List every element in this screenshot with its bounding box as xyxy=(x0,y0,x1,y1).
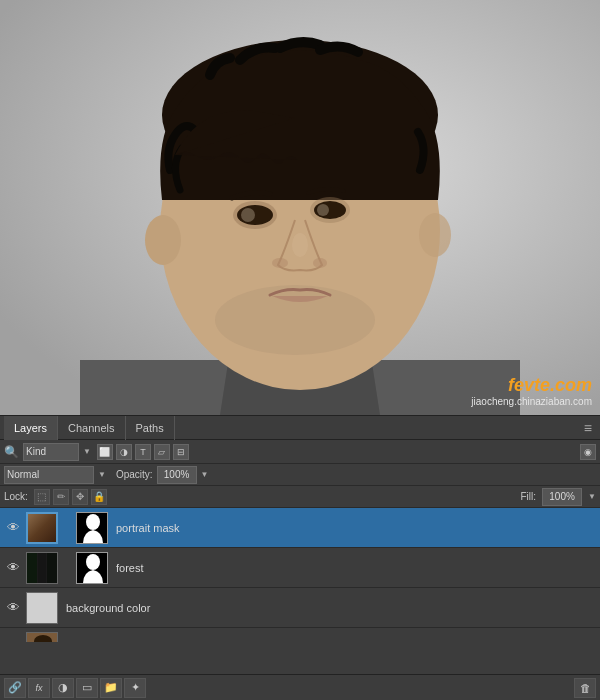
layer-thumb-forest xyxy=(27,553,57,583)
svg-rect-23 xyxy=(38,553,46,584)
layer-thumb-portrait2 xyxy=(27,633,57,643)
filter-type-icon[interactable]: T xyxy=(135,444,151,460)
layer-name: portrait mask xyxy=(112,522,596,534)
svg-point-16 xyxy=(145,215,181,265)
svg-point-17 xyxy=(419,213,451,257)
new-layer-button[interactable]: ✦ xyxy=(124,678,146,698)
tab-paths[interactable]: Paths xyxy=(126,416,175,440)
svg-point-20 xyxy=(86,514,100,530)
layer-row[interactable]: 👁 portrait xyxy=(0,628,600,642)
layer-visibility-icon[interactable]: 👁 xyxy=(4,599,22,617)
svg-point-15 xyxy=(215,285,375,355)
layer-thumbnail xyxy=(26,592,58,624)
filter-smart-icon[interactable]: ⊟ xyxy=(173,444,189,460)
fill-label: Fill: xyxy=(521,491,537,502)
layer-name: forest xyxy=(112,562,596,574)
lock-all-icon[interactable]: 🔒 xyxy=(91,489,107,505)
tab-layers[interactable]: Layers xyxy=(4,416,58,440)
filter-row: 🔍 Kind ▼ ⬜ ◑ T ▱ ⊟ ◉ xyxy=(0,440,600,464)
opacity-label: Opacity: xyxy=(116,469,153,480)
layer-mask-thumbnail xyxy=(76,512,108,544)
lock-paint-icon[interactable]: ✏ xyxy=(53,489,69,505)
layer-thumb-bg xyxy=(27,593,57,623)
filter-adjust-icon[interactable]: ◑ xyxy=(116,444,132,460)
group-button[interactable]: 📁 xyxy=(100,678,122,698)
fill-input[interactable] xyxy=(542,488,582,506)
svg-point-26 xyxy=(86,554,100,570)
blend-dropdown-arrow: ▼ xyxy=(98,470,106,479)
mask-button[interactable]: ▭ xyxy=(76,678,98,698)
blend-row: Normal ▼ Opacity: ▼ xyxy=(0,464,600,486)
svg-point-11 xyxy=(241,208,255,222)
adjustment-button[interactable]: ◑ xyxy=(52,678,74,698)
layer-toolbar: 🔗 fx ◑ ▭ 📁 ✦ 🗑 xyxy=(0,674,600,700)
layers-panel: Layers Channels Paths ≡ 🔍 Kind ▼ ⬜ ◑ T ▱… xyxy=(0,415,600,700)
panel-menu-icon[interactable]: ≡ xyxy=(580,420,596,436)
opacity-input[interactable] xyxy=(157,466,197,484)
canvas-area: fevte.com jiaocheng.chinaziaban.com xyxy=(0,0,600,415)
svg-point-13 xyxy=(272,258,288,268)
forest-mask-svg xyxy=(77,552,107,584)
lock-move-icon[interactable]: ✥ xyxy=(72,489,88,505)
blend-mode-select[interactable]: Normal xyxy=(4,466,94,484)
layer-thumb-portrait xyxy=(28,514,56,542)
tab-channels[interactable]: Channels xyxy=(58,416,125,440)
filter-shape-icon[interactable]: ▱ xyxy=(154,444,170,460)
layer-thumbnail xyxy=(26,512,58,544)
svg-point-14 xyxy=(313,258,327,268)
layer-visibility-icon[interactable]: 👁 xyxy=(4,639,22,643)
kind-select[interactable]: Kind xyxy=(23,443,79,461)
kind-dropdown-arrow: ▼ xyxy=(83,447,91,456)
watermark-site: fevte.com xyxy=(471,375,592,396)
layer-visibility-icon[interactable]: 👁 xyxy=(4,559,22,577)
layer-row[interactable]: 👁 forest xyxy=(0,548,600,588)
panel-tabs: Layers Channels Paths ≡ xyxy=(0,416,600,440)
portrait2-thumb-svg xyxy=(27,633,58,643)
lock-icons: ⬚ ✏ ✥ 🔒 xyxy=(34,489,107,505)
layer-row[interactable]: 👁 background color xyxy=(0,588,600,628)
forest-thumb-svg xyxy=(27,553,58,584)
layer-visibility-icon[interactable]: 👁 xyxy=(4,519,22,537)
layer-mask-thumbnail xyxy=(76,552,108,584)
layer-thumbnail xyxy=(26,632,58,643)
lock-transparency-icon[interactable]: ⬚ xyxy=(34,489,50,505)
opacity-arrow: ▼ xyxy=(201,470,209,479)
svg-rect-24 xyxy=(47,553,58,584)
portrait-canvas: fevte.com jiaocheng.chinaziaban.com xyxy=(0,0,600,415)
filter-toggle[interactable]: ◉ xyxy=(580,444,596,460)
svg-point-12 xyxy=(317,204,329,216)
fill-arrow: ▼ xyxy=(588,492,596,501)
lock-label: Lock: xyxy=(4,491,28,502)
lock-row: Lock: ⬚ ✏ ✥ 🔒 Fill: ▼ xyxy=(0,486,600,508)
link-layers-button[interactable]: 🔗 xyxy=(4,678,26,698)
layer-thumbnail xyxy=(26,552,58,584)
search-icon: 🔍 xyxy=(4,445,19,459)
effects-button[interactable]: fx xyxy=(28,678,50,698)
layers-list: 👁 portrait mask 👁 xyxy=(0,508,600,642)
mask-svg xyxy=(77,512,107,544)
watermark: fevte.com jiaocheng.chinaziaban.com xyxy=(471,375,592,407)
layer-name: background color xyxy=(62,602,596,614)
delete-layer-button[interactable]: 🗑 xyxy=(574,678,596,698)
layer-name: portrait xyxy=(62,642,596,643)
layer-row[interactable]: 👁 portrait mask xyxy=(0,508,600,548)
filter-pixel-icon[interactable]: ⬜ xyxy=(97,444,113,460)
tabs-group: Layers Channels Paths xyxy=(4,416,175,440)
portrait-svg xyxy=(0,0,600,415)
filter-icons: ⬜ ◑ T ▱ ⊟ xyxy=(97,444,189,460)
svg-point-18 xyxy=(292,233,308,257)
svg-rect-22 xyxy=(27,553,37,584)
watermark-url: jiaocheng.chinaziaban.com xyxy=(471,396,592,407)
